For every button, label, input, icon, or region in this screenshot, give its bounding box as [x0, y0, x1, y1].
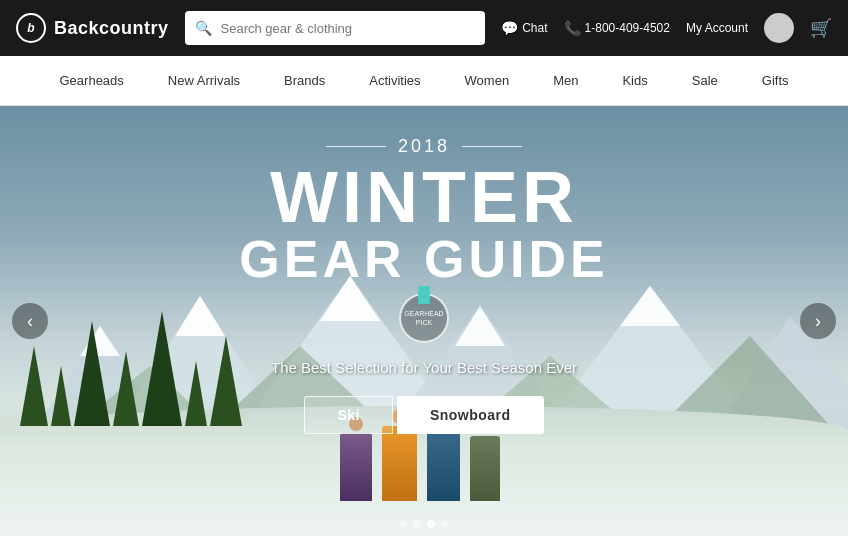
dot-1[interactable]: [399, 520, 407, 528]
logo-link[interactable]: b Backcountry: [16, 13, 169, 43]
hero-buttons: Ski Snowboard: [304, 396, 543, 434]
nav-item-sale[interactable]: Sale: [670, 56, 740, 106]
phone-link[interactable]: 📞 1-800-409-4502: [564, 20, 670, 36]
nav-item-new-arrivals[interactable]: New Arrivals: [146, 56, 262, 106]
main-nav: Gearheads New Arrivals Brands Activities…: [0, 56, 848, 106]
badge-text: GEARHEAD PICK: [404, 309, 443, 327]
chat-icon: 💬: [501, 20, 518, 36]
search-input[interactable]: [185, 11, 486, 45]
header: b Backcountry 🔍 💬 Chat 📞 1-800-409-4502 …: [0, 0, 848, 56]
nav-item-brands[interactable]: Brands: [262, 56, 347, 106]
dots-area: [399, 520, 449, 528]
cart-icon[interactable]: 🛒: [810, 17, 832, 39]
nav-item-gifts[interactable]: Gifts: [740, 56, 811, 106]
nav-item-activities[interactable]: Activities: [347, 56, 442, 106]
badge-area: GEARHEAD PICK: [399, 293, 449, 343]
year-line: 2018: [326, 136, 522, 157]
search-container: 🔍: [185, 11, 486, 45]
hero-overlay: 2018 WINTER GEAR GUIDE GEARHEAD PICK The…: [0, 106, 848, 536]
dot-3[interactable]: [427, 520, 435, 528]
badge-teal-bar: [418, 286, 430, 304]
year-line-left: [326, 146, 386, 147]
ski-button[interactable]: Ski: [304, 396, 393, 434]
logo-icon: b: [16, 13, 46, 43]
nav-item-gearheads[interactable]: Gearheads: [38, 56, 146, 106]
hero-subtitle: The Best Selection for Your Best Season …: [271, 359, 577, 376]
nav-item-women[interactable]: Women: [443, 56, 532, 106]
header-right: 💬 Chat 📞 1-800-409-4502 My Account 🛒: [501, 13, 832, 43]
year-text: 2018: [398, 136, 450, 157]
nav-item-kids[interactable]: Kids: [600, 56, 669, 106]
search-icon: 🔍: [195, 20, 212, 36]
chat-link[interactable]: 💬 Chat: [501, 20, 547, 36]
dot-4[interactable]: [441, 520, 449, 528]
account-link[interactable]: My Account: [686, 21, 748, 35]
gearhead-badge: GEARHEAD PICK: [399, 293, 449, 343]
nav-item-men[interactable]: Men: [531, 56, 600, 106]
title-winter: WINTER: [270, 161, 578, 233]
year-line-right: [462, 146, 522, 147]
prev-arrow[interactable]: ‹: [12, 303, 48, 339]
snowboard-button[interactable]: Snowboard: [397, 396, 544, 434]
phone-icon: 📞: [564, 20, 581, 36]
avatar[interactable]: [764, 13, 794, 43]
title-gear: GEAR GUIDE: [239, 233, 608, 285]
next-arrow[interactable]: ›: [800, 303, 836, 339]
dot-2[interactable]: [413, 520, 421, 528]
hero-section: 2018 WINTER GEAR GUIDE GEARHEAD PICK The…: [0, 106, 848, 536]
logo-text: Backcountry: [54, 18, 169, 39]
